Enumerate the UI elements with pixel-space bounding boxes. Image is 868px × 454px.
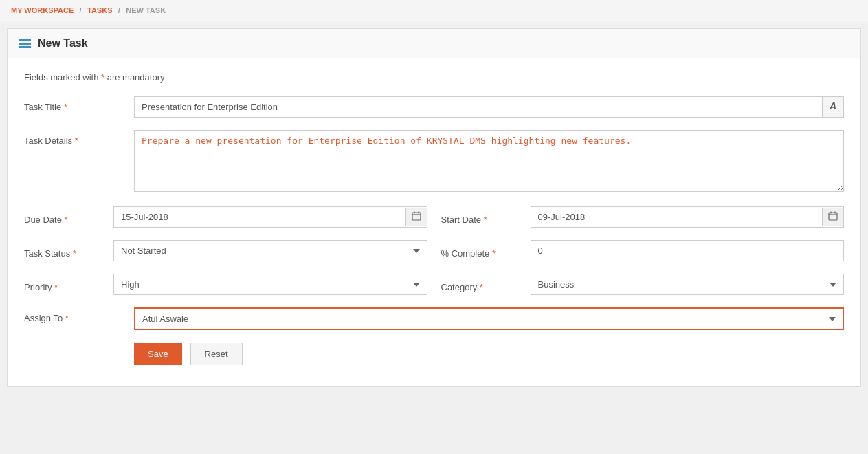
breadcrumb-tasks[interactable]: TASKS	[87, 6, 112, 14]
percent-complete-wrap	[531, 240, 845, 261]
save-button[interactable]: Save	[134, 343, 182, 365]
page-header: New Task	[8, 29, 860, 58]
svg-rect-0	[412, 213, 421, 220]
category-wrap: Business Personal Other	[531, 274, 845, 295]
percent-complete-input[interactable]	[531, 240, 845, 261]
priority-label: Priority *	[24, 277, 113, 292]
form-area: Fields marked with * are mandatory Task …	[8, 58, 860, 386]
priority-wrap: High Medium Low	[113, 274, 427, 295]
breadcrumb-sep1: /	[80, 6, 82, 14]
due-date-wrap	[113, 206, 427, 228]
start-date-label: Start Date *	[441, 209, 531, 225]
task-details-row: Task Details * Prepare a new presentatio…	[24, 130, 844, 194]
due-date-input-container	[113, 206, 427, 228]
priority-col: Priority * High Medium Low	[24, 274, 427, 295]
start-date-wrap	[531, 206, 845, 228]
task-title-input-container: A	[134, 96, 844, 118]
date-row: Due Date *	[24, 206, 844, 228]
start-date-input[interactable]	[531, 207, 823, 227]
mandatory-note: Fields marked with * are mandatory	[24, 72, 844, 83]
due-date-label: Due Date *	[24, 209, 113, 225]
priority-select[interactable]: High Medium Low	[113, 274, 427, 295]
start-date-input-container	[531, 206, 845, 228]
task-details-label: Task Details *	[24, 130, 134, 146]
task-title-label: Task Title *	[24, 96, 134, 112]
start-date-col: Start Date *	[441, 206, 845, 228]
buttons-row: Save Reset	[24, 343, 844, 365]
assign-to-row: Assign To * Atul Aswale	[24, 307, 844, 330]
page-title: New Task	[38, 37, 88, 50]
percent-complete-col: % Complete *	[441, 240, 845, 261]
reset-button[interactable]: Reset	[190, 343, 243, 365]
task-title-wrap: A	[134, 96, 844, 118]
status-complete-row: Task Status * Not Started In Progress Co…	[24, 240, 844, 261]
task-title-input[interactable]	[135, 97, 822, 117]
task-status-wrap: Not Started In Progress Complete Deferre…	[113, 240, 427, 261]
breadcrumb-current: NEW TASK	[126, 6, 166, 14]
percent-complete-label: % Complete *	[441, 243, 531, 259]
list-icon	[19, 39, 31, 48]
task-status-col: Task Status * Not Started In Progress Co…	[24, 240, 427, 261]
task-status-select[interactable]: Not Started In Progress Complete Deferre…	[113, 240, 427, 261]
breadcrumb: MY WORKSPACE / TASKS / NEW TASK	[0, 0, 868, 21]
due-date-calendar-icon[interactable]	[405, 208, 427, 226]
assign-to-select[interactable]: Atul Aswale	[134, 307, 844, 330]
breadcrumb-workspace[interactable]: MY WORKSPACE	[11, 6, 74, 14]
category-select[interactable]: Business Personal Other	[531, 274, 845, 295]
priority-category-row: Priority * High Medium Low Category * Bu…	[24, 274, 844, 295]
start-date-calendar-icon[interactable]	[822, 208, 843, 226]
task-details-textarea[interactable]: Prepare a new presentation for Enterpris…	[134, 130, 844, 192]
task-title-row: Task Title * A	[24, 96, 844, 118]
task-details-wrap: Prepare a new presentation for Enterpris…	[134, 130, 844, 194]
breadcrumb-sep2: /	[118, 6, 120, 14]
assign-to-wrap: Atul Aswale	[134, 307, 844, 330]
due-date-col: Due Date *	[24, 206, 427, 228]
task-status-label: Task Status *	[24, 243, 113, 259]
svg-rect-4	[829, 213, 837, 220]
due-date-input[interactable]	[114, 207, 405, 227]
category-col: Category * Business Personal Other	[441, 274, 845, 295]
font-style-icon[interactable]: A	[822, 97, 843, 117]
category-label: Category *	[441, 277, 531, 292]
main-container: New Task Fields marked with * are mandat…	[7, 28, 861, 387]
assign-to-label: Assign To *	[24, 307, 134, 323]
